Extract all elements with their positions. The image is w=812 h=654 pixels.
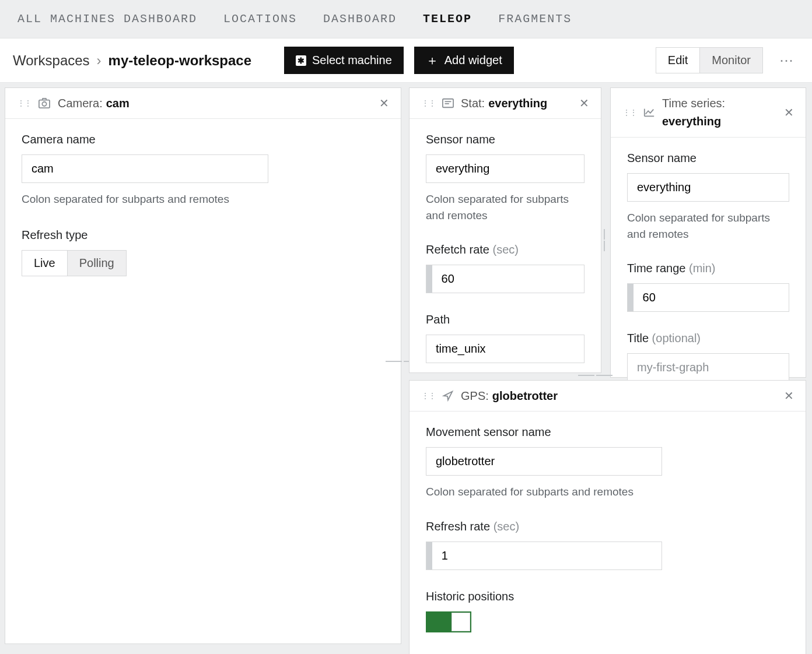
camera-name-help: Colon separated for subparts and remotes (22, 191, 384, 208)
workspace: ⋮⋮ Camera: cam ✕ Camera name Colon separ… (0, 83, 812, 654)
gps-name-input[interactable] (426, 447, 662, 476)
select-machine-button[interactable]: ✱ Select machine (284, 47, 404, 74)
ts-name-input[interactable] (627, 173, 789, 202)
timeseries-widget-header: ⋮⋮ Time series: everything ✕ (611, 88, 806, 138)
breadcrumb-current: my-teleop-workspace (108, 52, 251, 69)
mode-toggle: Edit Monitor (656, 47, 763, 73)
timeseries-widget: ⋮⋮ Time series: everything ✕ Sensor name… (610, 87, 806, 378)
input-accent-bar (426, 542, 432, 569)
ts-name-help: Colon separated for subparts and remotes (627, 210, 789, 242)
refresh-type-toggle: Live Polling (22, 250, 127, 276)
select-machine-icon: ✱ (296, 55, 306, 66)
gps-widget: ⋮⋮ GPS: globetrotter ✕ Movement sensor n… (409, 380, 806, 654)
monitor-mode-button[interactable]: Monitor (699, 48, 762, 73)
ts-name-label: Sensor name (627, 152, 789, 165)
stat-widget-header: ⋮⋮ Stat: everything ✕ (410, 88, 601, 119)
svg-rect-0 (39, 100, 50, 108)
refresh-type-label: Refresh type (22, 228, 384, 242)
stat-name-label: Sensor name (426, 133, 584, 146)
stat-path-label: Path (426, 313, 584, 326)
stat-icon (442, 98, 454, 108)
stat-rate-input[interactable] (432, 265, 584, 293)
input-accent-bar (628, 284, 634, 311)
gps-name-label: Movement sensor name (426, 426, 789, 439)
stat-name-help: Colon separated for subparts and remotes (426, 191, 584, 223)
nav-locations[interactable]: LOCATIONS (223, 12, 297, 26)
nav-all-machines[interactable]: ALL MACHINES DASHBOARD (18, 12, 197, 26)
refresh-polling-button[interactable]: Polling (67, 251, 126, 276)
stat-widget: ⋮⋮ Stat: everything ✕ Sensor name Colon … (409, 87, 601, 373)
ts-title-label: Title (optional) (627, 332, 789, 345)
nav-dashboard[interactable]: DASHBOARD (323, 12, 397, 26)
gps-name-help: Colon separated for subparts and remotes (426, 484, 789, 500)
drag-handle-icon[interactable]: ⋮⋮ (421, 391, 435, 400)
ts-title-input[interactable] (627, 353, 789, 382)
stat-rate-label: Refetch rate (sec) (426, 243, 584, 256)
header-bar: Workspaces › my-teleop-workspace ✱ Selec… (0, 38, 812, 83)
breadcrumb-root[interactable]: Workspaces (13, 52, 90, 69)
gps-rate-label: Refresh rate (sec) (426, 520, 789, 533)
nav-teleop[interactable]: TELEOP (423, 12, 472, 26)
camera-name-label: Camera name (22, 133, 384, 146)
timeseries-widget-body: Sensor name Colon separated for subparts… (611, 138, 806, 396)
camera-name-input[interactable] (22, 154, 268, 183)
location-arrow-icon (442, 390, 454, 402)
nav-fragments[interactable]: FRAGMENTS (498, 12, 572, 26)
input-accent-bar (426, 265, 432, 293)
gps-historic-label: Historic positions (426, 590, 789, 603)
add-widget-label: Add widget (444, 54, 502, 67)
gps-rate-input[interactable] (432, 542, 662, 569)
camera-icon (38, 97, 51, 109)
close-icon[interactable]: ✕ (379, 96, 389, 110)
ts-range-input-wrapper (627, 283, 789, 312)
select-machine-label: Select machine (312, 54, 392, 67)
gps-widget-title: GPS: globetrotter (461, 389, 558, 403)
breadcrumb-separator: › (97, 52, 102, 69)
historic-positions-toggle[interactable] (426, 611, 471, 632)
camera-widget-title: Camera: cam (58, 97, 130, 110)
close-icon[interactable]: ✕ (579, 96, 589, 110)
stat-rate-input-wrapper (426, 265, 584, 293)
timeseries-widget-title: Time series: everything (662, 96, 725, 129)
ts-range-label: Time range (min) (627, 262, 789, 275)
add-widget-button[interactable]: ＋ Add widget (414, 47, 514, 74)
stat-widget-body: Sensor name Colon separated for subparts… (410, 119, 601, 377)
stat-widget-title: Stat: everything (461, 97, 547, 110)
gps-widget-body: Movement sensor name Colon separated for… (410, 412, 806, 646)
toggle-knob (452, 613, 470, 631)
camera-widget-body: Camera name Colon separated for subparts… (5, 119, 401, 290)
gps-rate-input-wrapper (426, 542, 662, 570)
close-icon[interactable]: ✕ (784, 389, 794, 403)
gps-widget-header: ⋮⋮ GPS: globetrotter ✕ (410, 381, 806, 412)
plus-icon: ＋ (426, 54, 439, 67)
breadcrumb: Workspaces › my-teleop-workspace (13, 52, 251, 69)
chart-icon (643, 107, 655, 118)
drag-handle-icon[interactable]: ⋮⋮ (622, 108, 636, 117)
resize-handle-vertical[interactable] (603, 226, 606, 255)
stat-path-input[interactable] (426, 335, 584, 363)
edit-mode-button[interactable]: Edit (656, 48, 699, 73)
close-icon[interactable]: ✕ (784, 106, 794, 119)
resize-handle-horizontal[interactable] (575, 374, 615, 377)
ts-range-input[interactable] (634, 284, 789, 311)
top-nav: ALL MACHINES DASHBOARD LOCATIONS DASHBOA… (0, 0, 812, 38)
refresh-live-button[interactable]: Live (22, 251, 67, 276)
drag-handle-icon[interactable]: ⋮⋮ (17, 99, 31, 108)
stat-name-input[interactable] (426, 154, 584, 183)
camera-widget: ⋮⋮ Camera: cam ✕ Camera name Colon separ… (5, 87, 401, 644)
svg-point-1 (42, 102, 46, 106)
camera-widget-header: ⋮⋮ Camera: cam ✕ (5, 88, 401, 119)
drag-handle-icon[interactable]: ⋮⋮ (421, 99, 435, 108)
more-menu-icon[interactable]: ⋯ (774, 52, 799, 69)
